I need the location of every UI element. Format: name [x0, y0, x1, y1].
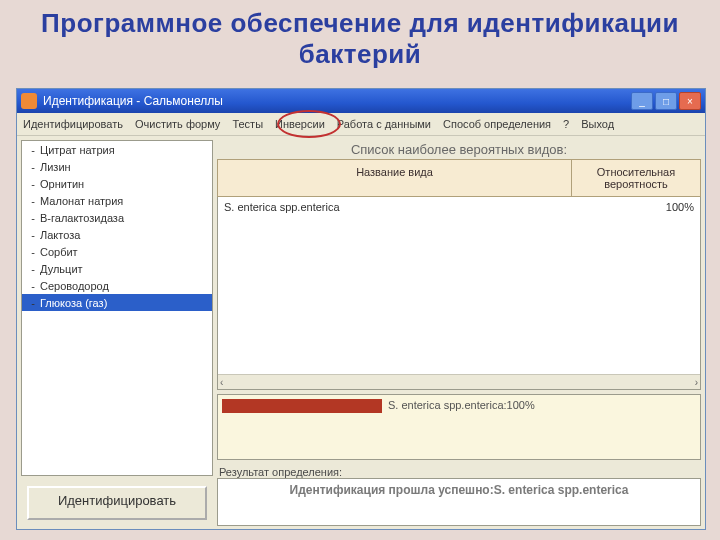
menu-help[interactable]: ?	[563, 118, 569, 130]
results-table[interactable]: S. enterica spp.enterica 100% ‹ ›	[217, 197, 701, 390]
app-icon	[21, 93, 37, 109]
menubar: Идентифицировать Очистить форму Тесты Ин…	[17, 113, 705, 136]
menu-mode[interactable]: Способ определения	[443, 118, 551, 130]
menu-exit[interactable]: Выход	[581, 118, 614, 130]
tests-listbox[interactable]: -Цитрат натрия -Лизин -Орнитин -Малонат …	[21, 140, 213, 476]
table-row[interactable]: S. enterica spp.enterica 100%	[218, 197, 700, 217]
list-item[interactable]: -Лизин	[22, 158, 212, 175]
list-item[interactable]: -В-галактозидаза	[22, 209, 212, 226]
menu-identify[interactable]: Идентифицировать	[23, 118, 123, 130]
list-item-selected[interactable]: -Глюкоза (газ)	[22, 294, 212, 311]
list-item[interactable]: -Цитрат натрия	[22, 141, 212, 158]
close-button[interactable]: ×	[679, 92, 701, 110]
menu-tests[interactable]: Тесты	[232, 118, 263, 130]
col-prob: Относительная вероятность	[572, 160, 700, 196]
app-window: Идентификация - Сальмонеллы _ □ × Иденти…	[16, 88, 706, 530]
cell-name: S. enterica spp.enterica	[224, 201, 584, 213]
menu-data[interactable]: Работа с данными	[337, 118, 431, 130]
titlebar: Идентификация - Сальмонеллы _ □ ×	[17, 89, 705, 113]
identify-button[interactable]: Идентифицировать	[27, 486, 207, 520]
list-item[interactable]: -Сорбит	[22, 243, 212, 260]
scroll-right-icon[interactable]: ›	[695, 377, 698, 388]
list-item[interactable]: -Сероводород	[22, 277, 212, 294]
legend-text: S. enterica spp.enterica:100%	[388, 399, 535, 411]
legend-swatch	[222, 399, 382, 413]
minimize-button[interactable]: _	[631, 92, 653, 110]
maximize-button[interactable]: □	[655, 92, 677, 110]
result-label: Результат определения:	[217, 466, 701, 478]
h-scrollbar[interactable]: ‹ ›	[218, 374, 700, 389]
legend-panel: S. enterica spp.enterica:100%	[217, 394, 701, 460]
list-item[interactable]: -Орнитин	[22, 175, 212, 192]
cell-prob: 100%	[584, 201, 694, 213]
results-heading: Список наиболее вероятных видов:	[217, 138, 701, 159]
list-item[interactable]: -Дульцит	[22, 260, 212, 277]
titlebar-text: Идентификация - Сальмонеллы	[43, 94, 223, 108]
left-column: -Цитрат натрия -Лизин -Орнитин -Малонат …	[17, 136, 217, 530]
menu-clear[interactable]: Очистить форму	[135, 118, 220, 130]
list-item[interactable]: -Лактоза	[22, 226, 212, 243]
scroll-left-icon[interactable]: ‹	[220, 377, 223, 388]
col-name: Название вида	[218, 160, 572, 196]
right-column: Список наиболее вероятных видов: Названи…	[217, 136, 705, 530]
menu-inverse[interactable]: Инверсии	[275, 118, 325, 130]
list-item[interactable]: -Малонат натрия	[22, 192, 212, 209]
slide-title: Программное обеспечение для идентификаци…	[0, 0, 720, 74]
result-text: Идентификация прошла успешно:S. enterica…	[217, 478, 701, 526]
results-header: Название вида Относительная вероятность	[217, 159, 701, 197]
